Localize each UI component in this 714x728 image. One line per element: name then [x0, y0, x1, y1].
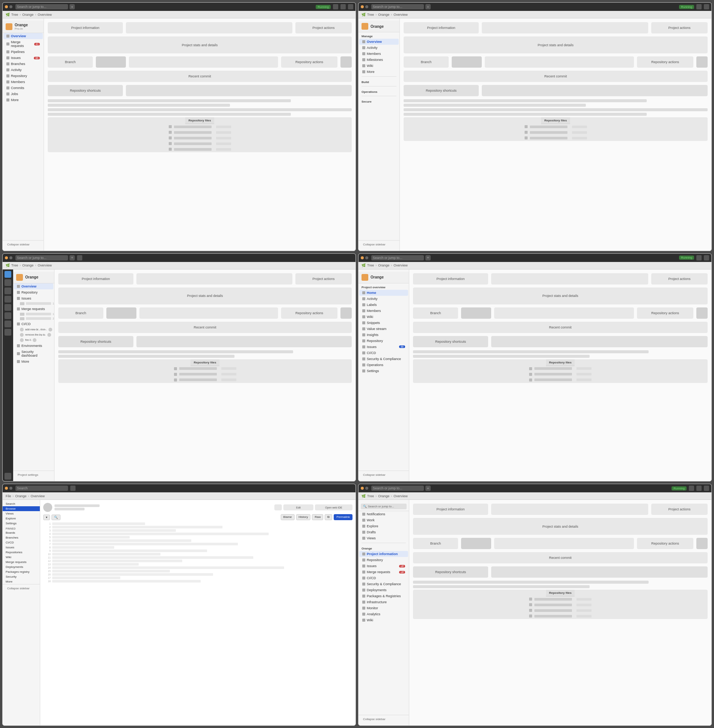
is-icon-3-pipeline[interactable] — [5, 312, 11, 319]
repo-file-row-6-4[interactable] — [526, 613, 594, 619]
fbs-views-5[interactable]: Views — [3, 511, 40, 516]
sidebar-sub-assigned-3[interactable]: 1 — [13, 301, 54, 306]
fbs-security-5[interactable]: Security — [3, 574, 40, 579]
sidebar-item-overview-3[interactable]: Overview — [14, 283, 53, 289]
repo-file-row-2-2[interactable] — [522, 130, 590, 135]
sidebar-item-settings-4[interactable]: Settings — [359, 368, 408, 374]
collapse-sidebar-1[interactable]: Collapse sidebar — [3, 240, 44, 248]
new-tab-btn-3[interactable]: + — [70, 255, 75, 260]
repo-action-btn-6[interactable] — [696, 538, 708, 549]
repo-file-row-1-2[interactable] — [166, 130, 234, 135]
sidebar-sub-mr-review-3[interactable]: 2 — [13, 316, 54, 321]
sidebar-item-pipelines-1[interactable]: Pipelines — [3, 49, 43, 55]
search-bar-3[interactable]: Search or jump to... — [15, 255, 68, 260]
is-icon-3-repo[interactable] — [5, 321, 11, 327]
repo-shortcuts-block-2[interactable]: Repository shortcuts — [404, 85, 479, 96]
repo-file-row-6-2[interactable] — [526, 602, 594, 608]
branch-select-4[interactable] — [461, 307, 491, 319]
sidebar-item-milestones-2[interactable]: Milestones — [359, 57, 399, 63]
branch-block-1[interactable]: Branch — [48, 56, 93, 68]
bc-orange-4[interactable]: Orange — [378, 263, 389, 267]
icon-btn-2b[interactable] — [704, 4, 709, 9]
ft-permalink-5[interactable]: Permalink — [334, 514, 352, 520]
action-3c[interactable] — [33, 338, 36, 342]
repo-shortcuts-block-4[interactable]: Repository shortcuts — [413, 336, 488, 347]
sidebar-item-snippets-4[interactable]: Snippets — [359, 320, 408, 326]
repo-file-row-6-1[interactable] — [526, 596, 594, 602]
sidebar-item-issues-6[interactable]: Issues off — [359, 563, 408, 569]
repo-file-row-1-1[interactable] — [166, 124, 234, 130]
sidebar-item-cicd-4[interactable]: CI/CD — [359, 350, 408, 356]
collapse-sidebar-5[interactable]: Collapse sidebar — [3, 584, 40, 592]
sidebar-item-labels-4[interactable]: Labels — [359, 302, 408, 308]
project-info-block-2[interactable]: Project information — [404, 22, 479, 33]
icon-btn-4b[interactable] — [704, 255, 709, 260]
branch-block-6[interactable]: Branch — [413, 538, 458, 549]
branch-sub-1-3[interactable]: add-new-br..-tron-. — [13, 327, 54, 332]
sidebar-item-insights-4[interactable]: Insights — [359, 332, 408, 338]
sidebar-item-wiki-4[interactable]: Wiki — [359, 314, 408, 320]
ft-blame-5[interactable]: Blame — [281, 514, 295, 520]
fbs-search-5[interactable]: Search — [3, 501, 40, 506]
is-icon-3-plus[interactable] — [5, 473, 11, 480]
bc-down-5[interactable] — [340, 493, 346, 499]
bc-tree-2[interactable]: Tree — [367, 13, 374, 17]
sidebar-item-projinfo-6[interactable]: Project information — [359, 551, 408, 557]
sidebar-item-issues-3[interactable]: Issues — [14, 295, 53, 301]
icon-btn-6b[interactable] — [696, 486, 702, 491]
project-info-block-6[interactable]: Project information — [413, 504, 488, 515]
repo-file-row-4-2[interactable] — [526, 372, 594, 377]
sidebar-item-activity-1[interactable]: Activity — [3, 67, 43, 73]
sidebar-item-monitor-6[interactable]: Monitor — [359, 605, 408, 611]
sidebar-item-environments-3[interactable]: Environments — [14, 343, 53, 349]
project-actions-block-1[interactable]: Project actions — [295, 22, 352, 33]
branch-select-1[interactable] — [96, 56, 126, 68]
project-actions-block-3[interactable]: Project actions — [295, 273, 352, 285]
sidebar-item-activity-2[interactable]: Activity — [359, 45, 399, 51]
fbs-wiki-5[interactable]: Wiki — [3, 555, 40, 560]
repo-actions-block-1[interactable]: Repository actions — [281, 56, 337, 68]
repo-action-btn-2[interactable] — [696, 56, 708, 68]
repo-file-row-1-3[interactable] — [166, 135, 234, 141]
repo-actions-block-3[interactable]: Repository actions — [281, 307, 337, 319]
sidebar-item-overview-2[interactable]: Overview — [359, 39, 399, 45]
sidebar-item-overview-1[interactable]: Overview — [3, 33, 43, 39]
bc-close-5[interactable] — [347, 493, 352, 499]
bc-tree-4[interactable]: Tree — [367, 263, 374, 267]
repo-file-row-6-3[interactable] — [526, 608, 594, 613]
icon-btn-3a[interactable] — [77, 255, 82, 260]
icon-btn-6a[interactable] — [689, 486, 694, 491]
collapse-sidebar-4[interactable]: Collapse sidebar — [359, 471, 409, 479]
sidebar-item-repository-6[interactable]: Repository — [359, 557, 408, 563]
bc-overview-2[interactable]: Overview — [393, 13, 408, 17]
project-actions-block-6[interactable]: Project actions — [651, 504, 708, 515]
bc-overview-5[interactable]: Overview — [31, 494, 45, 498]
sidebar-item-work-6[interactable]: Work — [359, 517, 408, 523]
action-3a[interactable] — [48, 328, 52, 331]
search-bar-2[interactable]: Search or jump to... — [371, 4, 424, 9]
collapse-sidebar-2[interactable]: Collapse sidebar — [359, 240, 399, 248]
new-tab-btn-1[interactable]: + — [70, 4, 75, 9]
sidebar-item-commits-1[interactable]: Commits — [3, 85, 43, 91]
branch-sub-2-3[interactable]: remove-the-by-is- — [13, 332, 54, 338]
bc-orange-5[interactable]: Orange — [15, 494, 27, 498]
file-btn-2-5[interactable]: Edit — [283, 504, 313, 510]
repo-file-row-2-1[interactable] — [522, 124, 590, 130]
project-info-block-3[interactable]: Project information — [58, 273, 133, 285]
sidebar-item-drafts-6[interactable]: Drafts — [359, 529, 408, 535]
icon-btn-2a[interactable] — [696, 4, 702, 9]
repo-file-row-4-1[interactable] — [526, 366, 594, 372]
bc-orange-3[interactable]: Orange — [22, 263, 33, 267]
is-icon-3-search[interactable] — [5, 279, 11, 286]
sidebar-item-cicd-3[interactable]: CI/CD — [14, 321, 53, 327]
repo-shortcuts-block-6[interactable]: Repository shortcuts — [413, 566, 488, 578]
is-icon-3-merge[interactable] — [5, 296, 11, 303]
new-tab-btn-4[interactable]: + — [425, 255, 431, 260]
fbs-packages-5[interactable]: Packages registry — [3, 569, 40, 574]
sidebar-item-home-4[interactable]: Home — [359, 290, 408, 296]
search-bar-4[interactable]: Search or jump to... — [371, 255, 424, 260]
fbs-explore-5[interactable]: Explore — [3, 516, 40, 521]
repo-file-row-2-3[interactable] — [522, 135, 590, 141]
sidebar-item-merge-3[interactable]: Merge requests — [14, 306, 53, 312]
ft-search-5[interactable]: 🔍 — [51, 515, 61, 520]
